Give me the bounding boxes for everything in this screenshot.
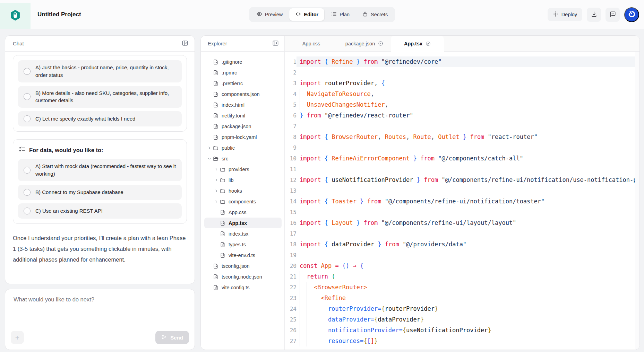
indent-guide [300,293,307,303]
tree-item-label: netlify.toml [222,113,245,118]
eye-icon [256,11,262,18]
tree-item-types.ts[interactable]: types.ts [204,239,282,250]
code-line-24: 24routerProvider={routerProvider} [285,303,635,314]
radio-button[interactable] [24,68,31,75]
line-number: 26 [285,325,297,336]
radio-button[interactable] [24,93,31,100]
indent-guide [321,303,328,314]
tree-item-public[interactable]: public [204,142,282,153]
explorer-title: Explorer [208,41,227,46]
code-line-26: 26notificationProvider={useNotificationP… [285,325,635,336]
data-source-option-2[interactable]: B) Connect to my Supabase database [18,185,182,200]
send-icon [161,334,167,341]
chat-title: Chat [13,41,24,46]
tree-item-label: src [222,156,228,161]
mode-tab-label: Preview [265,12,283,17]
tree-item-index.tsx[interactable]: index.tsx [204,228,282,239]
tree-item-providers[interactable]: providers [204,164,282,175]
tab-close-button[interactable] [426,41,431,46]
deploy-button[interactable]: Deploy [548,8,582,21]
tree-item-src[interactable]: src [204,153,282,164]
tree-item-label: index.tsx [229,231,248,237]
editor-tab-package.json[interactable]: package.json [338,36,391,51]
data-source-option-3[interactable]: C) Use an existing REST API [18,203,182,219]
editor-tab-App.css[interactable]: App.css [285,36,338,51]
code-area[interactable]: 1import { Refine } from "@refinedev/core… [285,52,635,350]
tree-item-label: vite.config.ts [222,285,250,290]
tree-item-vite-env.d.ts[interactable]: vite-env.d.ts [204,250,282,261]
tree-item-hooks[interactable]: hooks [204,185,282,196]
radio-button[interactable] [24,115,31,122]
tree-item-pnpm-lock.yaml[interactable]: pnpm-lock.yaml [204,132,282,142]
chat-collapse-button[interactable] [181,39,189,48]
tree-item-tsconfig.json[interactable]: tsconfig.json [204,261,282,271]
tree-item-label: .prettierrc [222,81,243,86]
indent-guide [307,282,314,293]
tab-close-button[interactable] [378,41,383,46]
tree-item-App.css[interactable]: App.css [204,207,282,218]
radio-button[interactable] [24,167,31,174]
line-number: 8 [285,132,297,142]
mode-tab-editor[interactable]: Editor [289,8,324,21]
tree-item-index.html[interactable]: index.html [204,99,282,110]
download-button[interactable] [587,8,601,22]
code-line-content: resources={[]} [297,336,635,346]
tree-item-.prettierrc[interactable]: .prettierrc [204,78,282,89]
chevron-right-icon [213,178,220,182]
tree-item-lib[interactable]: lib [204,175,282,185]
radio-button[interactable] [24,208,31,214]
indent-guide [314,303,321,314]
app-logo[interactable] [0,3,31,29]
indent-guide [300,89,307,99]
mode-tab-plan[interactable]: Plan [325,8,355,21]
chat-column: Chat A) Just the basics - product name, … [5,35,195,350]
code-line-content: dataProvider={dataProvider} [297,314,635,325]
code-line-content: import { Toaster } from "@/components/re… [297,196,635,207]
code-line-25: 25dataProvider={dataProvider} [285,314,635,325]
mode-tab-preview[interactable]: Preview [250,8,289,21]
send-button[interactable]: Send [155,331,189,344]
fields-option-1[interactable]: A) Just the basics - product name, price… [18,60,182,82]
data-source-option-1[interactable]: A) Start with mock data (recommended - f… [18,159,182,181]
file-code-icon [213,91,219,97]
fields-option-3[interactable]: C) Let me specify exactly what fields I … [18,111,182,126]
indent-guide [321,336,328,346]
code-line-10: 10import { RefineAiErrorComponent } from… [285,153,635,164]
tree-item-App.tsx[interactable]: App.tsx [204,218,282,228]
attach-button[interactable]: + [11,331,24,344]
explorer-collapse-button[interactable] [271,39,280,48]
tree-item-vite.config.ts[interactable]: vite.config.ts [204,282,282,293]
radio-button[interactable] [24,189,31,196]
tree-item-package.json[interactable]: package.json [204,121,282,132]
code-line-5: 5UnsavedChangesNotifier, [285,99,635,110]
account-power-button[interactable] [624,7,639,22]
tree-item-label: App.css [229,210,247,215]
mode-tab-secrets[interactable]: Secrets [356,8,394,21]
tree-item-tsconfig.node.json[interactable]: tsconfig.node.json [204,271,282,282]
editor-tab-App.tsx[interactable]: App.tsx [391,36,444,52]
line-number: 2 [285,67,297,78]
tree-item-components.json[interactable]: components.json [204,89,282,99]
tree-item-netlify.toml[interactable]: netlify.toml [204,110,282,121]
folder-icon [220,199,226,204]
line-number: 13 [285,185,297,196]
assistant-paragraph: Once I understand your priorities, I'll … [13,233,187,265]
tree-item-components[interactable]: components [204,196,282,207]
tree-item-label: tsconfig.node.json [222,274,262,280]
tree-item-.npmrc[interactable]: .npmrc [204,67,282,78]
code-line-content [297,228,635,239]
fields-option-2[interactable]: B) More details - also need SKU, categor… [18,86,182,108]
code-line-content: import { RefineAiErrorComponent } from "… [297,153,635,164]
code-line-content [297,121,635,132]
indent-guide [321,325,328,336]
feedback-button[interactable] [606,8,620,22]
tree-item-.gitignore[interactable]: .gitignore [204,56,282,67]
option-label: A) Just the basics - product name, price… [35,64,177,79]
code-line-content: routerProvider={routerProvider} [297,303,635,314]
line-number: 7 [285,121,297,132]
editor-scrollbar[interactable] [635,52,639,350]
option-label: B) Connect to my Supabase database [35,188,123,196]
tree-item-label: index.html [222,102,244,108]
composer-input[interactable]: What would you like to do next? [5,289,195,310]
tree-item-label: providers [229,167,249,172]
